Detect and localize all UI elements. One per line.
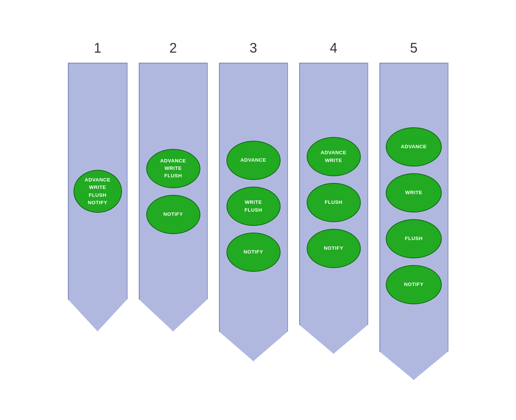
column-number-4: 4: [330, 40, 337, 56]
col5-e2: WRITE: [386, 173, 442, 212]
bookmark-3: ADVANCEWRITEFLUSHNOTIFY: [219, 63, 288, 361]
col5-e4: NOTIFY: [386, 265, 442, 304]
col4-e3: NOTIFY: [307, 229, 361, 268]
col3-e1: ADVANCE: [226, 141, 281, 180]
column-1: 1ADVANCEWRITEFLUSHNOTIFY: [68, 40, 128, 332]
col1-e1: ADVANCEWRITEFLUSHNOTIFY: [74, 170, 122, 213]
diagram-container: 1ADVANCEWRITEFLUSHNOTIFY2ADVANCEWRITEFLU…: [0, 25, 516, 395]
column-5: 5ADVANCEWRITEFLUSHNOTIFY: [379, 40, 448, 380]
column-number-1: 1: [94, 40, 101, 56]
col2-e1: ADVANCEWRITEFLUSH: [146, 149, 200, 188]
col5-e1: ADVANCE: [386, 127, 442, 167]
col4-e2: FLUSH: [307, 183, 361, 222]
bookmark-2: ADVANCEWRITEFLUSHNOTIFY: [139, 63, 208, 332]
bookmark-5: ADVANCEWRITEFLUSHNOTIFY: [379, 63, 448, 380]
bookmark-4: ADVANCEWRITEFLUSHNOTIFY: [299, 63, 368, 354]
bookmark-1: ADVANCEWRITEFLUSHNOTIFY: [68, 63, 128, 332]
column-number-3: 3: [250, 40, 257, 56]
columns-row: 1ADVANCEWRITEFLUSHNOTIFY2ADVANCEWRITEFLU…: [22, 40, 494, 380]
col4-e1: ADVANCEWRITE: [307, 137, 361, 176]
column-2: 2ADVANCEWRITEFLUSHNOTIFY: [139, 40, 208, 332]
column-3: 3ADVANCEWRITEFLUSHNOTIFY: [219, 40, 288, 361]
column-number-2: 2: [169, 40, 177, 56]
col2-e2: NOTIFY: [146, 195, 200, 234]
col3-e2: WRITEFLUSH: [226, 187, 281, 226]
col3-e3: NOTIFY: [226, 233, 281, 272]
column-4: 4ADVANCEWRITEFLUSHNOTIFY: [299, 40, 368, 354]
column-number-5: 5: [410, 40, 418, 56]
col5-e3: FLUSH: [386, 219, 442, 258]
